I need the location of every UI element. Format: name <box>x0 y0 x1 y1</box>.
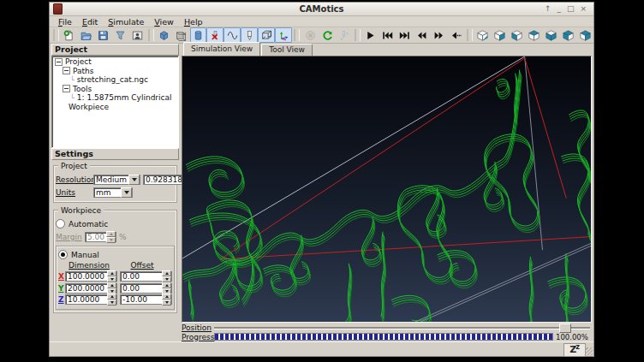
resolution-value: Medium <box>94 175 128 184</box>
spinner-buttons[interactable] <box>162 282 171 294</box>
combo-arrow-icon[interactable] <box>121 187 132 198</box>
menu-simulate[interactable]: Simulate <box>103 17 149 27</box>
save-project-button[interactable] <box>95 27 112 43</box>
view-right-button[interactable] <box>542 27 559 43</box>
x-dimension-spin[interactable]: 100.0000 <box>65 271 117 282</box>
simulation-viewport[interactable] <box>182 56 592 323</box>
show-axes-icon <box>278 30 289 41</box>
title-bar[interactable]: CAMotics ↑_□× <box>50 3 593 16</box>
open-project-button[interactable] <box>78 27 95 43</box>
view-left-button[interactable] <box>525 27 542 43</box>
play-button[interactable] <box>362 27 379 43</box>
view-front-button[interactable] <box>491 27 508 43</box>
progress-bar <box>214 333 553 341</box>
tab-simulation-view[interactable]: Simulation View <box>183 42 260 56</box>
show-tool-icon <box>244 30 255 41</box>
position-row: Position <box>182 323 592 332</box>
minimize-button[interactable]: _ <box>557 5 561 13</box>
shade-button[interactable]: ↑ <box>545 5 552 13</box>
menu-file[interactable]: File <box>53 17 77 27</box>
view-bottom-button[interactable] <box>576 27 593 43</box>
tree-item-workpiece[interactable]: Workpiece <box>52 103 178 112</box>
menu-help[interactable]: Help <box>179 17 208 27</box>
view-back-button[interactable] <box>508 27 525 43</box>
show-axes-button[interactable] <box>275 27 292 43</box>
snapshot-button[interactable] <box>129 27 146 43</box>
step-back-icon <box>416 30 427 41</box>
new-project-icon <box>63 30 75 41</box>
z-offset-spin[interactable]: -10.00 <box>120 294 172 305</box>
tree-item-tools[interactable]: Tools <box>52 85 178 94</box>
spinner-buttons[interactable] <box>162 270 171 282</box>
z-dimension-spin[interactable]: 10.0000 <box>65 294 117 305</box>
position-slider[interactable] <box>214 323 592 332</box>
step-back-button[interactable] <box>414 27 431 43</box>
tab-tool-view[interactable]: Tool View <box>261 44 313 56</box>
hide-tool-button[interactable] <box>206 27 224 43</box>
y-offset-spin[interactable]: 0.00 <box>120 283 172 294</box>
resolution-combo[interactable]: Medium <box>93 175 140 185</box>
toolbar-separator <box>148 29 154 41</box>
menu-bar: FileEditSimulateViewHelp <box>50 16 593 27</box>
view-isometric-button[interactable] <box>474 27 492 43</box>
close-button[interactable]: × <box>580 5 587 13</box>
tree-item-project[interactable]: Project <box>52 57 178 67</box>
reload-button[interactable] <box>319 27 336 43</box>
wire-view-button[interactable] <box>173 27 190 43</box>
show-path-button[interactable] <box>224 27 241 43</box>
automatic-radio[interactable] <box>56 219 65 228</box>
position-slider-handle[interactable] <box>559 323 571 333</box>
skip-end-button[interactable] <box>397 27 414 43</box>
resolution-number: 0.928318 <box>144 175 184 184</box>
menu-edit[interactable]: Edit <box>77 17 103 27</box>
settings-panel: Project Resolution Medium 0.928318 <box>51 160 179 341</box>
menu-view[interactable]: View <box>149 17 179 27</box>
snapshot-icon <box>132 30 143 41</box>
tree-item-paths[interactable]: Paths <box>52 67 178 76</box>
solid-view-button[interactable] <box>190 27 207 43</box>
x-dimension-spin-value: 100.0000 <box>66 272 107 281</box>
collapse-minus-icon[interactable] <box>63 85 70 92</box>
workpiece-view-button[interactable] <box>156 27 173 43</box>
step-forward-button[interactable] <box>431 27 448 43</box>
workpiece-view-icon <box>158 30 170 41</box>
spinner-buttons[interactable] <box>107 282 116 294</box>
manual-radio[interactable] <box>58 250 68 259</box>
spinner-buttons[interactable] <box>107 294 116 306</box>
units-combo[interactable]: mm <box>93 187 133 198</box>
view-top-button[interactable] <box>559 27 576 43</box>
spinner-buttons[interactable] <box>162 294 171 306</box>
toolpath-canvas[interactable] <box>182 56 591 322</box>
tree-item-1-1-5875mm-cylindrical[interactable]: └1: 1.5875mm Cylindrical <box>52 93 178 103</box>
tree-item-stretching-cat-ngc[interactable]: └stretching_cat.ngc <box>52 75 178 85</box>
manual-radio-row[interactable]: Manual <box>58 250 172 259</box>
show-tool-button[interactable] <box>241 27 258 43</box>
stop-icon <box>305 30 316 41</box>
combo-arrow-icon[interactable] <box>128 175 140 185</box>
new-project-button[interactable] <box>61 27 78 43</box>
skip-start-button[interactable] <box>379 27 397 43</box>
x-offset-spin[interactable]: 0.00 <box>120 271 172 282</box>
skip-end-icon <box>399 30 410 41</box>
main-area: Project ProjectPaths└stretching_cat.ngcT… <box>50 44 593 341</box>
show-bounds-button[interactable] <box>258 27 275 43</box>
direction-button[interactable] <box>448 27 465 43</box>
maximize-button[interactable]: □ <box>567 5 575 13</box>
status-bar: Zz <box>50 341 593 356</box>
resize-grip[interactable] <box>585 347 593 355</box>
tree-elbow-icon: └ <box>70 76 75 84</box>
tree-item-label: Project <box>65 57 92 66</box>
spinner-buttons[interactable] <box>107 270 116 282</box>
settings-panel-header: Settings <box>51 148 179 160</box>
automatic-radio-row[interactable]: Automatic <box>56 218 175 229</box>
camotics-window: CAMotics ↑_□× FileEditSimulateViewHelp P… <box>49 2 594 357</box>
position-slider-groove[interactable] <box>214 327 590 329</box>
collapse-minus-icon[interactable] <box>63 67 70 74</box>
margin-unit: % <box>119 233 127 241</box>
export-button[interactable] <box>112 27 129 43</box>
reload-icon <box>322 30 333 41</box>
left-panel: Project ProjectPaths└stretching_cat.ngcT… <box>51 44 179 341</box>
show-bounds-icon <box>261 30 272 41</box>
y-dimension-spin[interactable]: 200.0000 <box>65 283 117 294</box>
collapse-minus-icon[interactable] <box>55 58 63 66</box>
